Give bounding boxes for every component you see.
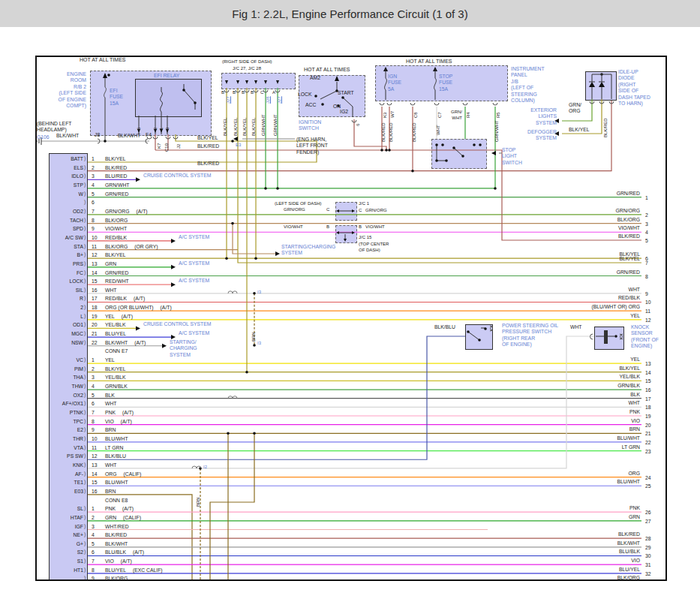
wire-color-label: BLU/RED bbox=[105, 173, 127, 179]
label-eng_harn: (ENG HARN, LEFT FRONT FENDER) bbox=[296, 137, 328, 155]
connector-pin-label: OD2 bbox=[38, 209, 83, 215]
label-jc1_left: GRN/ORG bbox=[284, 207, 305, 213]
label-knock: KNOCK SENSOR (FRONT OF ENGINE) bbox=[631, 324, 659, 350]
wire-color-label: WHT bbox=[105, 401, 116, 407]
pin-number: 6 bbox=[92, 401, 95, 407]
wire-color-label: WHT bbox=[105, 287, 116, 293]
exit-wire-label: BLU/BLK bbox=[557, 549, 640, 555]
wire-note: (A/T) bbox=[133, 549, 144, 555]
exit-wire-label: PNK bbox=[557, 409, 640, 415]
pin-bracket: ) bbox=[84, 409, 86, 416]
connector-pin-label: OX2 bbox=[38, 393, 83, 399]
label-i3_a: I3 bbox=[257, 290, 261, 296]
exit-wire-number: 9 bbox=[645, 291, 648, 297]
wire-color-label: BRN bbox=[105, 427, 116, 433]
label-grn_org: GRN/ ORG bbox=[569, 102, 581, 115]
label-fuse_wires-3: WHT bbox=[436, 125, 440, 135]
junction-dot bbox=[264, 187, 267, 190]
pin-number: 5 bbox=[92, 541, 95, 547]
label-jc_letters-4: C bbox=[260, 90, 263, 96]
wire-note: (A/T) bbox=[121, 558, 132, 564]
wire-color-label: BLK/BLU bbox=[105, 453, 126, 459]
exit-wire-label: ORG bbox=[557, 471, 640, 477]
label-behind: (BEHIND LEFT HEADLAMP) bbox=[37, 121, 71, 134]
pin-bracket: ) bbox=[84, 471, 86, 477]
connector-pin-label: AF- bbox=[38, 471, 83, 477]
exit-wire-label: PNK bbox=[557, 505, 640, 511]
arrow-icon bbox=[136, 177, 140, 182]
symbol bbox=[275, 90, 280, 92]
pin-number: 7 bbox=[92, 209, 95, 215]
pin-bracket: ) bbox=[84, 321, 86, 328]
symbol bbox=[192, 466, 197, 468]
system-arrow-label: A/C SYSTEM bbox=[179, 260, 209, 266]
wire-color-label: BLK/RED bbox=[105, 532, 127, 538]
pin-bracket: ) bbox=[84, 558, 86, 564]
connector-pin-label: VC bbox=[38, 357, 83, 363]
exit-wire-label: YEL bbox=[557, 357, 640, 363]
connector-pin-label: SL bbox=[38, 506, 83, 512]
connector-pin-label: E03 bbox=[38, 489, 83, 495]
wire-color-label: GRN/WHT bbox=[105, 182, 129, 188]
wire-color-label: BLK/YEL bbox=[105, 252, 126, 258]
wire-color-label: BLK/ORG bbox=[105, 576, 128, 581]
knock-sensor-box bbox=[594, 327, 624, 350]
symbol bbox=[609, 101, 614, 104]
system-arrow-label: CRUISE CONTROL SYSTEM bbox=[143, 321, 211, 327]
pin-bracket: ) bbox=[84, 383, 86, 390]
symbol bbox=[380, 103, 384, 105]
exit-wire-number: 11 bbox=[645, 309, 650, 315]
pin-number: 10 bbox=[92, 436, 98, 442]
connector-pin-label: THA bbox=[38, 375, 83, 381]
label-relay_conns-2: J2 bbox=[176, 144, 181, 149]
pin-bracket: ) bbox=[84, 164, 86, 171]
junction-dot bbox=[380, 149, 383, 152]
wire-color-label: RED/BLK bbox=[105, 235, 127, 241]
label-fuse_wires-2: BLK/RED bbox=[412, 122, 416, 142]
label-instr_panel: INSTRUMENT PANEL J/B (LEFT OF STEERING C… bbox=[511, 66, 545, 104]
connector-pin-label: PS SW bbox=[38, 453, 83, 459]
symbol bbox=[590, 101, 594, 104]
symbol bbox=[599, 101, 604, 104]
pin-number: 8 bbox=[92, 218, 95, 224]
pin-number: 10 bbox=[92, 235, 98, 241]
exit-wire-label: VIO bbox=[557, 418, 640, 424]
label-efi_relay: EFI RELAY bbox=[154, 73, 179, 79]
label-jc_wires-2: BLK/YEL bbox=[242, 118, 247, 136]
label-fuse_wires-4: GRN/WHT bbox=[494, 120, 499, 142]
symbol bbox=[254, 90, 258, 92]
label-jc15_rb: B bbox=[359, 224, 362, 230]
connector-pin-label: L bbox=[38, 314, 83, 320]
exit-wire-label: LT GRN bbox=[557, 444, 640, 450]
arrow-icon bbox=[136, 326, 140, 330]
label-ign_fuse: IGN FUSE 5A bbox=[388, 74, 401, 92]
label-jc2728: J/C 27, J/C 28 bbox=[233, 66, 261, 72]
pin-bracket: ) bbox=[84, 374, 86, 381]
junction-dot bbox=[494, 187, 497, 190]
connector-pin-label: KNK bbox=[38, 462, 83, 468]
pin-bracket: ) bbox=[84, 462, 86, 468]
connector-pin-label: B+ bbox=[38, 252, 83, 258]
label-r4_wire: GRN/ WHT bbox=[443, 110, 462, 121]
label-g106: G106 bbox=[37, 134, 50, 140]
pin-bracket: ) bbox=[84, 505, 86, 512]
label-jc1_right: GRN/ORG bbox=[365, 208, 387, 214]
exit-wire-label: YEL bbox=[557, 313, 640, 319]
exit-wire-number: 16 bbox=[645, 387, 651, 393]
pin-number: 6 bbox=[92, 549, 95, 555]
label-hot2: HOT AT ALL TIMES bbox=[304, 67, 350, 74]
exit-wire-number: 29 bbox=[645, 545, 651, 551]
wire-color-label: BLK/YEL bbox=[105, 366, 126, 372]
pin-number: 4 bbox=[92, 384, 95, 390]
pin-number: 22 bbox=[92, 340, 98, 346]
junction-dot bbox=[231, 140, 234, 143]
exit-wire-label: BLK/ORG bbox=[557, 217, 640, 223]
junction-dot bbox=[227, 432, 230, 435]
exit-wire-number: 19 bbox=[645, 414, 651, 420]
pin-bracket: ) bbox=[84, 339, 86, 346]
wire-color-label: LT GRN bbox=[105, 445, 123, 451]
wire bbox=[88, 336, 594, 468]
pin-bracket: ) bbox=[84, 173, 86, 179]
connector-pin-label: FC bbox=[38, 270, 83, 276]
exit-wire-number: 21 bbox=[645, 431, 651, 437]
